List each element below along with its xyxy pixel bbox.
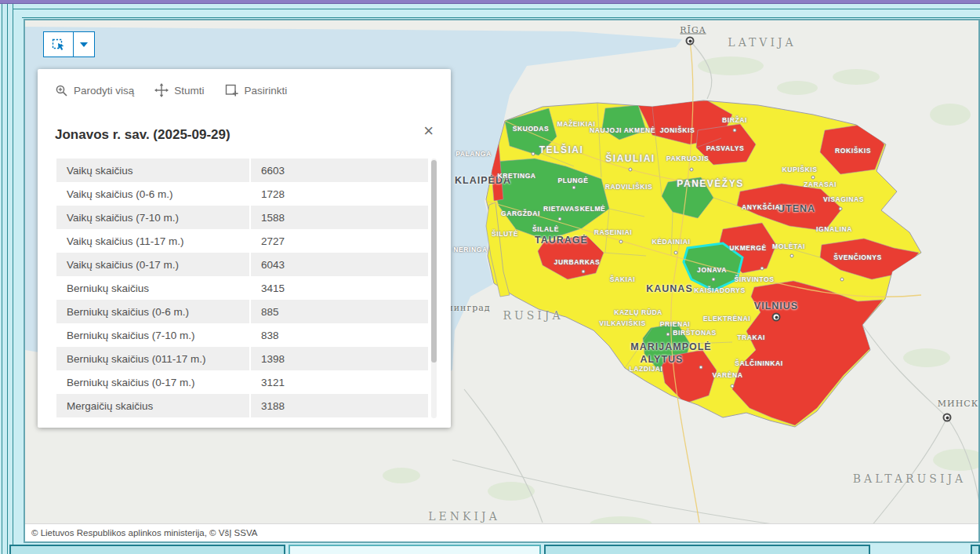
pan-action[interactable]: Stumti — [154, 83, 204, 97]
frame-line — [7, 4, 8, 554]
caret-down-icon — [80, 42, 88, 47]
row-label: Mergaičių skaičius — [56, 394, 249, 417]
row-label: Vaikų skaičius (0-6 m.) — [56, 182, 249, 206]
frame-line — [22, 17, 980, 18]
row-value: 6603 — [251, 159, 428, 182]
table-row: Vaikų skaičius (11-17 m.)2727 — [56, 229, 428, 253]
popup-title: Jonavos r. sav. (2025-09-29) — [55, 127, 230, 143]
pan-icon — [154, 83, 169, 97]
select-features-icon — [52, 38, 66, 52]
select-icon — [225, 83, 239, 97]
table-row: Vaikų skaičius (0-17 m.)6043 — [56, 253, 428, 276]
zoom-to-icon — [55, 84, 68, 97]
table-row: Vaikų skaičius (0-6 m.)1728 — [56, 182, 428, 206]
pan-label: Stumti — [174, 85, 204, 97]
feature-popup: Parodyti visą Stumti Pasirinkti Jonavos … — [38, 69, 451, 428]
zoom-to-action[interactable]: Parodyti visą — [55, 84, 134, 97]
table-row: Berniukų skaičius3415 — [56, 276, 428, 300]
row-label: Vaikų skaičius (0-17 m.) — [56, 253, 249, 276]
frame-line — [13, 9, 980, 9]
select-tool-split-button[interactable] — [43, 31, 95, 57]
row-label: Vaikų skaičius (7-10 m.) — [56, 206, 249, 229]
row-label: Berniukų skaičius (7-10 m.) — [56, 323, 249, 347]
map-attribution: © Lietuvos Respublikos aplinkos minister… — [25, 523, 978, 541]
select-label: Pasirinkti — [245, 85, 288, 97]
popup-scrollbar-thumb[interactable] — [431, 160, 437, 363]
table-row: Mergaičių skaičius3188 — [56, 394, 428, 417]
row-value: 885 — [251, 300, 428, 323]
frame-line — [13, 4, 13, 554]
popup-scrollbar[interactable] — [431, 159, 437, 418]
table-row: Berniukų skaičius (0-6 m.)885 — [56, 300, 428, 323]
select-action[interactable]: Pasirinkti — [225, 83, 288, 97]
table-row: Berniukų skaičius (0-17 m.)3121 — [56, 370, 428, 394]
table-row: Berniukų skaičius (7-10 m.)838 — [56, 323, 428, 347]
bottom-peek-panel — [544, 545, 870, 554]
row-label: Berniukų skaičius — [56, 276, 249, 300]
bottom-peek-panel — [971, 545, 980, 554]
row-label: Vaikų skaičius (11-17 m.) — [56, 229, 249, 253]
row-value: 2727 — [251, 229, 428, 253]
attribute-table: Vaikų skaičius6603Vaikų skaičius (0-6 m.… — [56, 159, 428, 418]
close-icon[interactable]: × — [423, 122, 434, 140]
row-value: 1588 — [251, 206, 428, 229]
row-value: 3188 — [251, 394, 428, 417]
zoom-to-label: Parodyti visą — [74, 85, 134, 97]
bottom-peek-panel — [289, 545, 541, 554]
row-value: 3121 — [251, 370, 428, 394]
row-value: 838 — [251, 323, 428, 347]
row-value: 6043 — [251, 253, 428, 276]
top-purple-bar — [0, 0, 980, 4]
row-label: Berniukų skaičius (0-6 m.) — [56, 300, 249, 323]
attribution-text: © Lietuvos Respublikos aplinkos minister… — [31, 528, 257, 538]
select-features-button[interactable] — [44, 32, 74, 56]
frame-line — [2, 4, 2, 554]
select-tool-dropdown[interactable] — [74, 32, 94, 56]
row-value: 3415 — [251, 276, 428, 300]
row-label: Vaikų skaičius — [56, 159, 249, 182]
table-row: Vaikų skaičius6603 — [56, 159, 428, 182]
popup-actions: Parodyti visą Stumti Pasirinkti — [55, 83, 287, 97]
row-value: 1398 — [251, 347, 428, 370]
row-value: 1728 — [251, 182, 428, 206]
row-label: Berniukų skaičius (011-17 m.) — [56, 347, 249, 370]
bottom-peek-panel — [9, 545, 285, 554]
table-row: Berniukų skaičius (011-17 m.)1398 — [56, 347, 428, 370]
table-row: Vaikų skaičius (7-10 m.)1588 — [56, 206, 428, 229]
row-label: Berniukų skaičius (0-17 m.) — [56, 370, 249, 394]
